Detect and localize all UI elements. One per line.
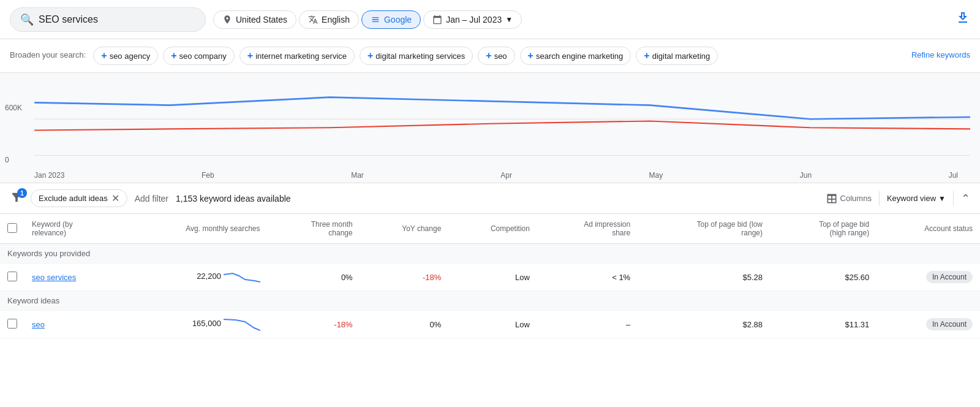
- download-button[interactable]: [956, 10, 970, 29]
- yoy-cell-1: 0%: [360, 311, 449, 338]
- columns-label: Columns: [840, 194, 872, 203]
- date-range-label: Jan – Jul 2023: [446, 15, 502, 25]
- status-cell-0: In Account: [876, 264, 980, 291]
- plus-icon-5: +: [528, 50, 533, 61]
- status-cell-1: In Account: [876, 311, 980, 338]
- keyword-count: 1,153 keyword ideas available: [176, 194, 291, 204]
- table-header-row: Keyword (byrelevance) Avg. monthly searc…: [0, 214, 980, 244]
- date-filter[interactable]: Jan – Jul 2023 ▼: [423, 10, 522, 29]
- exclude-chip[interactable]: Exclude adult ideas ✕: [31, 189, 127, 207]
- row-checkbox-1[interactable]: [0, 311, 24, 338]
- columns-button[interactable]: Columns: [826, 192, 872, 205]
- broaden-chip-0[interactable]: +seo agency: [93, 47, 158, 65]
- x-label-5: Jun: [800, 171, 812, 180]
- chart-x-labels: Jan 2023 Feb Mar Apr May Jun Jul: [10, 169, 970, 183]
- keyword-view-button[interactable]: Keyword view ▼: [887, 194, 946, 203]
- broaden-chip-label-0: seo agency: [110, 51, 151, 61]
- x-label-1: Feb: [202, 171, 214, 180]
- plus-icon-0: +: [101, 50, 107, 61]
- bid-high-cell-0: $25.60: [770, 264, 876, 291]
- divider: [879, 191, 880, 206]
- bid-low-cell-0: $5.28: [638, 264, 770, 291]
- trend-chart-1: [224, 317, 260, 332]
- plus-icon-6: +: [644, 50, 649, 61]
- col-avg-header[interactable]: Avg. monthly searches: [121, 214, 267, 244]
- calendar-icon: [432, 15, 442, 25]
- three-month-cell-1: -18%: [268, 311, 360, 338]
- chevron-down-icon: ▼: [505, 15, 513, 24]
- section-provided-row: Keywords you provided: [0, 244, 980, 264]
- broaden-chips: +seo agency +seo company +internet marke…: [93, 47, 904, 65]
- chart-svg: [10, 83, 970, 169]
- divider-2: [953, 191, 954, 206]
- language-label: English: [322, 15, 350, 25]
- col-ad-impression-header[interactable]: Ad impressionshare: [537, 214, 638, 244]
- competition-cell-1: Low: [448, 311, 537, 338]
- yoy-cell-0: -18%: [360, 264, 449, 291]
- bid-low-cell-1: $2.88: [638, 311, 770, 338]
- exclude-chip-close[interactable]: ✕: [111, 192, 119, 204]
- x-label-0: Jan 2023: [34, 171, 64, 180]
- broaden-chip-label-5: search engine marketing: [536, 51, 623, 61]
- col-checkbox-header: [0, 214, 24, 244]
- broaden-chip-1[interactable]: +seo company: [163, 47, 235, 65]
- broaden-chip-label-2: internet marketing service: [255, 51, 347, 61]
- broaden-chip-2[interactable]: +internet marketing service: [239, 47, 355, 65]
- section-ideas-row: Keyword ideas: [0, 291, 980, 311]
- language-filter[interactable]: English: [299, 10, 359, 29]
- collapse-button[interactable]: ⌃: [961, 192, 970, 205]
- keyword-cell-1[interactable]: seo: [24, 311, 121, 338]
- col-competition-header[interactable]: Competition: [448, 214, 537, 244]
- location-filter[interactable]: United States: [213, 10, 296, 29]
- header: 🔍 United States English Google Jan – Jul…: [0, 0, 980, 39]
- broaden-section: Broaden your search: +seo agency +seo co…: [0, 39, 980, 73]
- x-label-6: Jul: [949, 171, 958, 180]
- col-bid-high-header[interactable]: Top of page bid(high range): [770, 214, 876, 244]
- search-input[interactable]: [39, 14, 173, 25]
- section-provided-label: Keywords you provided: [0, 244, 980, 264]
- search-icon: 🔍: [20, 13, 34, 26]
- location-icon: [222, 15, 232, 25]
- broaden-chip-5[interactable]: +search engine marketing: [520, 47, 631, 65]
- plus-icon-3: +: [368, 50, 373, 61]
- broaden-chip-4[interactable]: +seo: [478, 47, 514, 65]
- broaden-chip-label-3: digital marketing services: [375, 51, 465, 61]
- competition-cell-0: Low: [448, 264, 537, 291]
- row-checkbox-input-0[interactable]: [7, 272, 17, 281]
- add-filter-button[interactable]: Add filter: [135, 194, 168, 204]
- refine-keywords-button[interactable]: Refine keywords: [911, 47, 970, 59]
- keyword-cell-0[interactable]: seo services: [24, 264, 121, 291]
- table-section: Keyword (byrelevance) Avg. monthly searc…: [0, 214, 980, 338]
- col-yoy-header[interactable]: YoY change: [360, 214, 449, 244]
- select-all-checkbox[interactable]: [7, 223, 17, 233]
- col-three-month-header[interactable]: Three monthchange: [268, 214, 360, 244]
- plus-icon-4: +: [486, 50, 491, 61]
- trend-chart-0: [224, 270, 260, 284]
- broaden-chip-label-4: seo: [494, 51, 507, 61]
- platform-filter[interactable]: Google: [361, 10, 421, 29]
- col-status-header[interactable]: Account status: [876, 214, 980, 244]
- row-checkbox-0[interactable]: [0, 264, 24, 291]
- table-row-ideas-0: seo 165,000 -18% 0% Low – $2.88 $11.31 I…: [0, 311, 980, 338]
- avg-searches-cell-0: 22,200: [121, 264, 267, 291]
- filter-bar-right: Columns Keyword view ▼ ⌃: [826, 191, 970, 206]
- in-account-badge-1: In Account: [926, 318, 973, 330]
- three-month-cell-0: 0%: [268, 264, 360, 291]
- filter-button[interactable]: 1: [10, 191, 23, 206]
- chevron-down-icon-view: ▼: [938, 194, 946, 203]
- section-ideas-label: Keyword ideas: [0, 291, 980, 311]
- exclude-chip-label: Exclude adult ideas: [39, 194, 108, 203]
- broaden-chip-6[interactable]: +digital marketing: [636, 47, 718, 65]
- row-checkbox-input-1[interactable]: [7, 319, 17, 329]
- broaden-chip-3[interactable]: +digital marketing services: [360, 47, 473, 65]
- ad-impression-cell-0: < 1%: [537, 264, 638, 291]
- in-account-badge-0: In Account: [926, 271, 973, 283]
- filter-badge: 1: [17, 188, 27, 198]
- search-box[interactable]: 🔍: [10, 7, 206, 32]
- location-label: United States: [236, 15, 287, 25]
- chart-section: 600K 0 Jan 2023 Feb Mar Apr May Jun Jul: [0, 73, 980, 183]
- x-label-2: Mar: [351, 171, 364, 180]
- col-bid-low-header[interactable]: Top of page bid (lowrange): [638, 214, 770, 244]
- table-row: seo services 22,200 0% -18% Low < 1% $5.…: [0, 264, 980, 291]
- col-keyword-header[interactable]: Keyword (byrelevance): [24, 214, 121, 244]
